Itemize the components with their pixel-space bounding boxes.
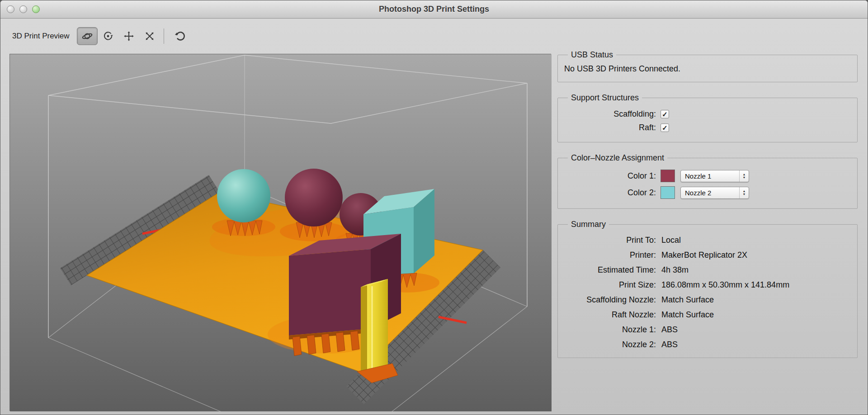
color-nozzle-group: Color–Nozzle Assignment Color 1: Nozzle … xyxy=(557,153,858,209)
summary-row-scaffolding-nozzle: Scaffolding Nozzle: Match Surface xyxy=(563,292,852,307)
support-structures-group: Support Structures Scaffolding: ✓ Raft: … xyxy=(557,93,858,142)
summary-value: Local xyxy=(661,233,852,248)
summary-value: Match Surface xyxy=(661,307,852,322)
3d-scene xyxy=(10,54,552,411)
slide-camera-icon xyxy=(144,30,156,42)
summary-label: Raft Nozzle: xyxy=(563,307,656,322)
orbit-camera-icon xyxy=(81,30,93,42)
roll-camera-icon xyxy=(102,30,114,42)
summary-value: Match Surface xyxy=(661,292,852,307)
check-icon: ✓ xyxy=(662,110,668,118)
summary-label: Nozzle 1: xyxy=(563,322,656,337)
summary-label: Printer: xyxy=(563,248,656,263)
3d-preview-viewport[interactable] xyxy=(9,54,551,411)
color2-row: Color 2: Nozzle 2 ▲▼ xyxy=(563,186,852,199)
titlebar[interactable]: Photoshop 3D Print Settings xyxy=(0,0,868,19)
pan-camera-icon xyxy=(123,30,135,42)
color1-nozzle-select[interactable]: Nozzle 1 ▲▼ xyxy=(680,170,749,182)
summary-row-nozzle1: Nozzle 1: ABS xyxy=(563,322,852,337)
teal-sphere[interactable] xyxy=(217,169,270,222)
scaffolding-row: Scaffolding: ✓ xyxy=(563,109,852,119)
toolbar-separator xyxy=(164,28,164,44)
summary-value: ABS xyxy=(661,337,852,352)
updown-arrows-icon: ▲▼ xyxy=(739,170,749,182)
summary-group: Summary Print To: Local Printer: MakerBo… xyxy=(557,220,858,358)
raft-row: Raft: ✓ xyxy=(563,123,852,132)
summary-value: 186.08mm x 50.30mm x 141.84mm xyxy=(661,278,852,292)
usb-status-group: USB Status No USB 3D Printers Connected. xyxy=(557,50,858,82)
summary-label: Print To: xyxy=(563,233,656,248)
zoom-icon[interactable] xyxy=(32,5,40,13)
usb-status-message: No USB 3D Printers Connected. xyxy=(563,62,852,76)
pan-camera-tool-button[interactable] xyxy=(118,27,139,45)
orbit-camera-tool-button[interactable] xyxy=(77,27,98,45)
summary-label: Print Size: xyxy=(563,278,656,292)
summary-value: MakerBot Replicator 2X xyxy=(661,248,852,263)
color1-label: Color 1: xyxy=(563,171,656,181)
summary-value: 4h 38m xyxy=(661,263,852,278)
summary-row-raft-nozzle: Raft Nozzle: Match Surface xyxy=(563,307,852,322)
summary-row-print-to: Print To: Local xyxy=(563,233,852,248)
summary-label: Nozzle 2: xyxy=(563,337,656,352)
reset-view-icon xyxy=(174,30,186,42)
minimize-icon[interactable] xyxy=(19,5,27,13)
raft-label: Raft: xyxy=(563,123,656,132)
color2-swatch[interactable] xyxy=(660,186,675,199)
scaffolding-checkbox[interactable]: ✓ xyxy=(660,110,669,118)
color2-label: Color 2: xyxy=(563,188,656,198)
roll-camera-tool-button[interactable] xyxy=(98,27,118,45)
color2-nozzle-value: Nozzle 2 xyxy=(685,189,711,197)
summary-label: Scaffolding Nozzle: xyxy=(563,292,656,307)
summary-title: Summary xyxy=(568,220,609,229)
yellow-slab[interactable] xyxy=(361,279,388,373)
updown-arrows-icon: ▲▼ xyxy=(739,187,749,198)
color1-swatch[interactable] xyxy=(660,170,675,182)
settings-panel: USB Status No USB 3D Printers Connected.… xyxy=(557,44,858,369)
support-structures-title: Support Structures xyxy=(568,93,642,103)
window-title: Photoshop 3D Print Settings xyxy=(379,5,489,14)
preview-label: 3D Print Preview xyxy=(12,32,70,41)
summary-label: Estimated Time: xyxy=(563,263,656,278)
usb-status-title: USB Status xyxy=(568,50,616,60)
summary-row-nozzle2: Nozzle 2: ABS xyxy=(563,337,852,352)
summary-value: ABS xyxy=(661,322,852,337)
scaffolding-label: Scaffolding: xyxy=(563,109,656,119)
color2-nozzle-select[interactable]: Nozzle 2 ▲▼ xyxy=(680,187,749,199)
slide-camera-tool-button[interactable] xyxy=(139,27,160,45)
print-settings-window: Photoshop 3D Print Settings 3D Print Pre… xyxy=(0,0,868,415)
summary-row-estimated-time: Estimated Time: 4h 38m xyxy=(563,263,852,278)
window-controls xyxy=(7,0,40,18)
maroon-sphere[interactable] xyxy=(285,169,343,226)
color1-row: Color 1: Nozzle 1 ▲▼ xyxy=(563,170,852,182)
raft-checkbox[interactable]: ✓ xyxy=(660,123,669,132)
reset-view-button[interactable] xyxy=(170,27,190,45)
summary-row-printer: Printer: MakerBot Replicator 2X xyxy=(563,248,852,263)
summary-row-print-size: Print Size: 186.08mm x 50.30mm x 141.84m… xyxy=(563,278,852,292)
check-icon: ✓ xyxy=(662,124,668,132)
color-nozzle-title: Color–Nozzle Assignment xyxy=(568,153,667,163)
color1-nozzle-value: Nozzle 1 xyxy=(685,172,711,180)
close-icon[interactable] xyxy=(7,5,14,13)
